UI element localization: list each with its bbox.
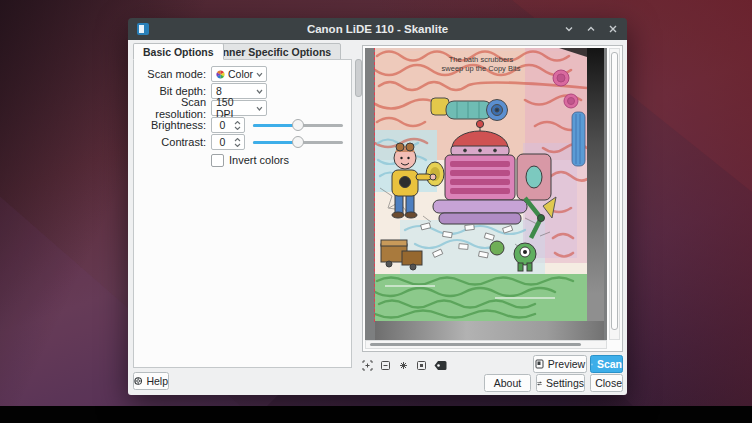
contrast-row: Contrast: 0 — [134, 134, 343, 150]
scan-resolution-select[interactable]: 150 DPI — [211, 100, 267, 116]
settings-button-label: Settings — [546, 377, 584, 389]
contrast-slider[interactable] — [253, 135, 343, 149]
brightness-spinbox[interactable]: 0 — [211, 117, 245, 133]
preview-pane: The bath scrubbers sweep up the Copy Bit… — [362, 45, 623, 352]
scan-caption-line2: sweep up the Copy Bits — [442, 64, 521, 73]
scan-icon — [591, 360, 593, 369]
contrast-value: 0 — [212, 136, 233, 148]
window-title: Canon LiDE 110 - Skanlite — [128, 23, 627, 35]
panel-splitter-handle[interactable] — [355, 59, 362, 97]
book-edge-shadow — [587, 48, 604, 321]
vertical-scrollbar-thumb[interactable] — [611, 52, 618, 330]
bottom-black-bar — [0, 406, 752, 423]
brightness-slider[interactable] — [253, 118, 343, 132]
scan-mode-label: Scan mode: — [134, 68, 206, 80]
tab-basic-options[interactable]: Basic Options — [133, 43, 224, 60]
brightness-slider-handle[interactable] — [292, 119, 304, 131]
contrast-label: Contrast: — [134, 136, 206, 148]
spinbox-arrows-icon[interactable] — [233, 138, 244, 147]
brightness-value: 0 — [212, 119, 233, 131]
chevron-down-icon — [256, 89, 263, 94]
about-button[interactable]: About — [484, 374, 531, 392]
window-body: Basic Options Scanner Specific Options S… — [128, 40, 627, 395]
scan-button[interactable]: Scan — [590, 355, 623, 373]
brightness-row: Brightness: 0 — [134, 117, 343, 133]
preview-viewport[interactable]: The bath scrubbers sweep up the Copy Bit… — [365, 48, 607, 340]
preview-vertical-scrollbar[interactable] — [609, 48, 620, 340]
invert-colors-row: Invert colors — [211, 152, 343, 168]
maximize-button[interactable] — [583, 21, 599, 37]
scan-button-label: Scan — [597, 358, 622, 370]
zoom-in-icon[interactable] — [360, 358, 374, 372]
invert-colors-checkbox[interactable] — [211, 154, 224, 167]
screen: Canon LiDE 110 - Skanlite Basic Options … — [0, 0, 752, 423]
settings-icon — [537, 379, 542, 388]
chevron-down-icon — [256, 106, 263, 111]
zoom-out-icon[interactable] — [378, 358, 392, 372]
scan-mode-value: Color — [228, 68, 253, 80]
preview-horizontal-scrollbar[interactable] — [365, 340, 607, 349]
scanned-drawing: The bath scrubbers sweep up the Copy Bit… — [375, 48, 587, 321]
close-window-button[interactable] — [605, 21, 621, 37]
minimize-button[interactable] — [561, 21, 577, 37]
color-wheel-icon — [216, 70, 225, 79]
titlebar[interactable]: Canon LiDE 110 - Skanlite — [128, 18, 627, 40]
scanned-image: The bath scrubbers sweep up the Copy Bit… — [375, 48, 587, 321]
close-button[interactable]: Close — [590, 374, 623, 392]
scan-caption-line1: The bath scrubbers — [449, 55, 514, 64]
tab-label: Basic Options — [143, 46, 214, 58]
preview-button[interactable]: Preview — [533, 355, 587, 373]
spinbox-arrows-icon[interactable] — [233, 121, 244, 130]
basic-options-panel: Scan mode: Color — [133, 59, 352, 368]
zoom-to-fit-icon[interactable] — [414, 358, 428, 372]
help-button-label: Help — [146, 375, 168, 387]
horizontal-scrollbar-thumb[interactable] — [370, 343, 581, 346]
help-button[interactable]: Help — [133, 372, 169, 390]
chevron-down-icon — [256, 72, 263, 77]
preview-icon — [535, 359, 544, 369]
scan-background — [375, 321, 604, 340]
scan-mode-row: Scan mode: Color — [134, 66, 343, 82]
settings-button[interactable]: Settings — [536, 374, 585, 392]
close-button-label: Close — [595, 377, 622, 389]
scan-mode-select[interactable]: Color — [211, 66, 267, 82]
contrast-spinbox[interactable]: 0 — [211, 134, 245, 150]
clear-selections-icon[interactable] — [433, 358, 447, 372]
preview-button-label: Preview — [548, 358, 585, 370]
skanlite-window: Canon LiDE 110 - Skanlite Basic Options … — [128, 18, 627, 395]
scan-resolution-row: Scan resolution: 150 DPI — [134, 100, 343, 116]
zoom-to-selection-icon[interactable] — [396, 358, 410, 372]
brightness-label: Brightness: — [134, 119, 206, 131]
about-button-label: About — [494, 377, 521, 389]
contrast-slider-handle[interactable] — [292, 136, 304, 148]
help-icon — [134, 376, 142, 386]
invert-colors-label: Invert colors — [229, 154, 289, 166]
